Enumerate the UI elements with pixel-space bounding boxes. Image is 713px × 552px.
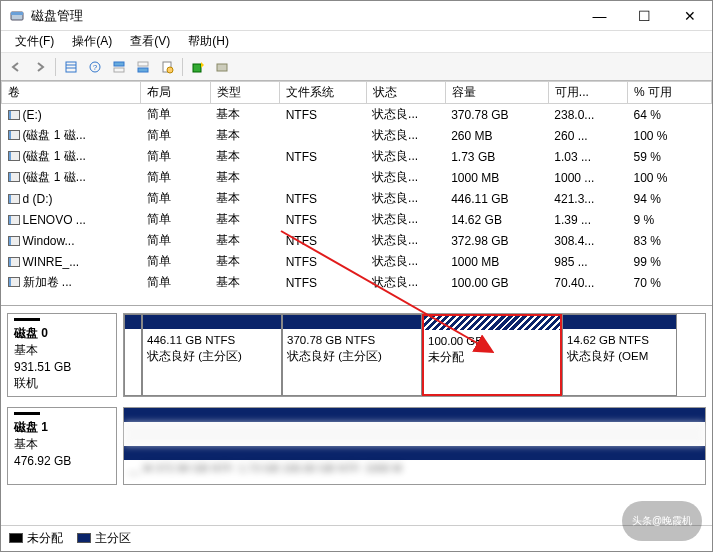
window-controls: — ☐ ✕ (577, 1, 712, 30)
table-row[interactable]: WINRE_...简单基本NTFS状态良...1000 MB985 ...99 … (2, 251, 712, 272)
table-row[interactable]: d (D:)简单基本NTFS状态良...446.11 GB421.3...94 … (2, 188, 712, 209)
disk-0-type: 基本 (14, 343, 38, 357)
svg-rect-1 (11, 12, 23, 15)
partition-label: 446.11 GB NTFS 状态良好 (主分区) (143, 329, 281, 368)
table-row[interactable]: Window...简单基本NTFS状态良...372.98 GB308.4...… (2, 230, 712, 251)
col-type[interactable]: 类型 (210, 82, 280, 104)
disk-0-info[interactable]: 磁盘 0 基本 931.51 GB 联机 (7, 313, 117, 397)
disk-1-type: 基本 (14, 437, 38, 451)
disk-0-title: 磁盘 0 (14, 326, 48, 340)
partition[interactable]: 370.78 GB NTFS 状态良好 (主分区) (282, 314, 422, 396)
disk-1-info[interactable]: 磁盘 1 基本 476.92 GB (7, 407, 117, 485)
view-top-button[interactable] (108, 56, 130, 78)
menu-help[interactable]: 帮助(H) (180, 31, 237, 52)
table-row[interactable]: (磁盘 1 磁...简单基本NTFS状态良...1.73 GB1.03 ...5… (2, 146, 712, 167)
disk-bar-icon (14, 412, 40, 415)
partition-label: 370.78 GB NTFS 状态良好 (主分区) (283, 329, 421, 368)
toolbar: ? (1, 53, 712, 81)
legend-unalloc: 未分配 (9, 530, 63, 547)
table-header-row: 卷 布局 类型 文件系统 状态 容量 可用... % 可用 (2, 82, 712, 104)
col-free[interactable]: 可用... (548, 82, 627, 104)
help-button[interactable]: ? (84, 56, 106, 78)
col-fs[interactable]: 文件系统 (280, 82, 366, 104)
col-status[interactable]: 状态 (366, 82, 445, 104)
col-capacity[interactable]: 容量 (445, 82, 548, 104)
disk-0-map: 446.11 GB NTFS 状态良好 (主分区)370.78 GB NTFS … (123, 313, 706, 397)
disk-bar-icon (14, 318, 40, 321)
close-button[interactable]: ✕ (667, 1, 712, 30)
partition-label: 100.00 GB 未分配 (424, 330, 560, 369)
forward-button[interactable] (29, 56, 51, 78)
svg-rect-9 (138, 62, 148, 66)
disk-1-bottom-row: __ M 372.98 GB NTF: 1.73 GB 100.00 GB NT… (124, 460, 705, 476)
svg-point-12 (167, 67, 173, 73)
disk-0-row: 磁盘 0 基本 931.51 GB 联机 446.11 GB NTFS 状态良好… (7, 313, 706, 397)
back-button[interactable] (5, 56, 27, 78)
disk-0-status: 联机 (14, 376, 38, 390)
legend: 未分配 主分区 (1, 525, 712, 551)
table-row[interactable]: LENOVO ...简单基本NTFS状态良...14.62 GB1.39 ...… (2, 209, 712, 230)
properties-button[interactable] (156, 56, 178, 78)
svg-rect-7 (114, 62, 124, 66)
view-list-button[interactable] (60, 56, 82, 78)
disk-0-size: 931.51 GB (14, 360, 71, 374)
partition-unallocated[interactable]: 100.00 GB 未分配 (422, 314, 562, 396)
titlebar: 磁盘管理 — ☐ ✕ (1, 1, 712, 31)
disk-1-row: 磁盘 1 基本 476.92 GB __ M 372.98 GB NTF: 1.… (7, 407, 706, 485)
disk-graphical-pane: 磁盘 0 基本 931.51 GB 联机 446.11 GB NTFS 状态良好… (1, 306, 712, 525)
maximize-button[interactable]: ☐ (622, 1, 667, 30)
svg-rect-13 (193, 64, 201, 72)
col-volume[interactable]: 卷 (2, 82, 141, 104)
col-layout[interactable]: 布局 (141, 82, 211, 104)
volume-table-pane: 卷 布局 类型 文件系统 状态 容量 可用... % 可用 (E:)简单基本NT… (1, 81, 712, 306)
view-bottom-button[interactable] (132, 56, 154, 78)
legend-primary: 主分区 (77, 530, 131, 547)
table-row[interactable]: (磁盘 1 磁...简单基本状态良...260 MB260 ...100 % (2, 125, 712, 146)
disk-1-size: 476.92 GB (14, 454, 71, 468)
window: 磁盘管理 — ☐ ✕ 文件(F) 操作(A) 查看(V) 帮助(H) ? 卷 (0, 0, 713, 552)
menu-operate[interactable]: 操作(A) (64, 31, 120, 52)
menu-file[interactable]: 文件(F) (7, 31, 62, 52)
table-row[interactable]: (E:)简单基本NTFS状态良...370.78 GB238.0...64 % (2, 104, 712, 126)
menu-view[interactable]: 查看(V) (122, 31, 178, 52)
minimize-button[interactable]: — (577, 1, 622, 30)
volume-table: 卷 布局 类型 文件系统 状态 容量 可用... % 可用 (E:)简单基本NT… (1, 81, 712, 293)
col-pct[interactable]: % 可用 (627, 82, 711, 104)
scan-button[interactable] (211, 56, 233, 78)
disk-1-map: __ M 372.98 GB NTF: 1.73 GB 100.00 GB NT… (123, 407, 706, 485)
table-row[interactable]: 新加卷 ...简单基本NTFS状态良...100.00 GB70.40...70… (2, 272, 712, 293)
svg-rect-2 (66, 62, 76, 72)
refresh-button[interactable] (187, 56, 209, 78)
partition[interactable]: 14.62 GB NTFS 状态良好 (OEM (562, 314, 677, 396)
svg-rect-14 (217, 64, 227, 71)
svg-rect-8 (114, 68, 124, 72)
svg-text:?: ? (93, 63, 98, 72)
svg-rect-10 (138, 68, 148, 72)
app-icon (9, 8, 25, 24)
menubar: 文件(F) 操作(A) 查看(V) 帮助(H) (1, 31, 712, 53)
partition[interactable]: 446.11 GB NTFS 状态良好 (主分区) (142, 314, 282, 396)
partition-tiny[interactable] (124, 314, 142, 396)
disk-1-title: 磁盘 1 (14, 420, 48, 434)
partition-label: 14.62 GB NTFS 状态良好 (OEM (563, 329, 676, 368)
window-title: 磁盘管理 (31, 7, 577, 25)
table-row[interactable]: (磁盘 1 磁...简单基本状态良...1000 MB1000 ...100 % (2, 167, 712, 188)
